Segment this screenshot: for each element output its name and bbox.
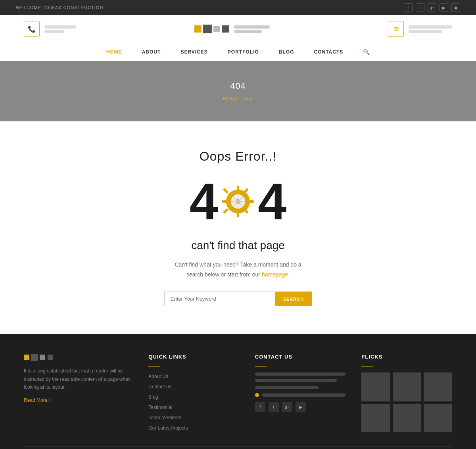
footer-contact-us: CONTACT US f t g+ ▶ [255, 354, 346, 434]
phone-icon: 📞 [24, 21, 40, 37]
flick-2[interactable] [393, 372, 421, 401]
svg-rect-6 [223, 208, 228, 214]
footer-quick-links: QUICK LINKS About Us Contact us Blog Tes… [148, 354, 239, 434]
link-projects[interactable]: Our LatestProjects [148, 425, 188, 431]
contact-line-4 [262, 393, 346, 397]
navigation: HOME ABOUT SERVICES PORTFOLIO BLOG CONTA… [0, 43, 476, 61]
logo-text [234, 25, 270, 33]
error-num-right: 4 [258, 176, 286, 227]
search-input[interactable] [164, 292, 275, 306]
footer-logo-4 [48, 355, 53, 360]
error-desc-1: Can't find what you need? Take a moment … [175, 261, 301, 268]
email-line-2 [409, 30, 442, 33]
email-icon: ✉ [388, 21, 404, 37]
nav-about[interactable]: ABOUT [142, 49, 161, 55]
footer-logo-3 [40, 355, 45, 360]
link-about-us[interactable]: About Us [148, 374, 168, 379]
svg-rect-2 [237, 212, 239, 217]
contact-line-2 [255, 379, 337, 382]
contact-us-heading: CONTACT US [255, 354, 346, 360]
header: 📞 ✉ [0, 15, 476, 43]
search-icon[interactable]: 🔍 [363, 49, 370, 55]
flick-1[interactable] [361, 372, 390, 401]
link-contact-us[interactable]: Contact us [148, 384, 171, 390]
phone-contact: 📞 [24, 21, 76, 37]
link-team[interactable]: Team Members [148, 415, 181, 420]
breadcrumb: HOME / 404 [0, 96, 476, 102]
logo-block-4 [222, 25, 229, 33]
googleplus-icon[interactable]: g+ [428, 3, 436, 12]
nav-contacts[interactable]: CONTACTS [314, 49, 344, 55]
logo-block-3 [213, 26, 220, 32]
facebook-icon[interactable]: f [404, 3, 413, 12]
footer: It is a long established fact that a rea… [0, 334, 476, 449]
nav-blog[interactable]: BLOG [279, 49, 294, 55]
instagram-icon[interactable]: ◉ [451, 3, 460, 12]
email-text [409, 25, 452, 33]
hero-section: 404 HOME / 404 [0, 61, 476, 121]
footer-social-icons: f t g+ ▶ [255, 402, 346, 412]
footer-logo-2 [31, 354, 38, 361]
contact-dot [255, 393, 259, 397]
error-title: Oops Error..! [8, 149, 468, 164]
footer-googleplus-icon[interactable]: g+ [282, 402, 292, 412]
link-testimonial[interactable]: Testimonial [148, 405, 172, 410]
logo-text-2 [234, 30, 262, 33]
contact-line-1 [255, 372, 346, 376]
phone-text [44, 25, 76, 33]
quick-links-list: About Us Contact us Blog Testimonial Tea… [148, 372, 239, 431]
footer-logo[interactable] [24, 354, 132, 361]
flicks-heading: FLICKS [361, 354, 452, 360]
homepage-link[interactable]: homepage. [262, 271, 290, 278]
error-subtitle: can't find that page [8, 239, 468, 252]
svg-rect-1 [237, 186, 239, 191]
nav-home[interactable]: HOME [106, 49, 122, 55]
logo-block-1 [194, 25, 202, 33]
phone-line-1 [44, 25, 76, 29]
flick-3[interactable] [424, 372, 452, 401]
svg-rect-3 [222, 200, 228, 203]
footer-facebook-icon[interactable]: f [255, 402, 265, 412]
breadcrumb-current: 404 [244, 96, 253, 102]
email-line-1 [409, 25, 452, 29]
phone-line-2 [44, 30, 64, 33]
contact-line-3 [255, 386, 319, 389]
nav-services[interactable]: SERVICES [180, 49, 207, 55]
flick-6[interactable] [424, 404, 452, 432]
flicks-underline [361, 366, 373, 366]
logo[interactable] [194, 25, 270, 33]
footer-bottom: © 2016 All Rights Reserved [24, 446, 452, 449]
flicks-grid [361, 372, 452, 432]
error-section: Oops Error..! 4 [0, 121, 476, 334]
readmore-link[interactable]: Read More › [24, 397, 132, 403]
contact-block-2 [255, 386, 346, 389]
footer-flicks: FLICKS [361, 354, 452, 434]
flick-4[interactable] [361, 404, 390, 432]
error-num-left: 4 [190, 176, 218, 227]
twitter-icon[interactable]: t [416, 3, 424, 12]
error-desc-2: search below or start from our [186, 271, 260, 278]
footer-grid: It is a long established fact that a rea… [24, 354, 452, 434]
contact-block-1 [255, 372, 346, 382]
svg-rect-4 [248, 200, 254, 203]
footer-twitter-icon[interactable]: t [269, 402, 279, 412]
footer-description: It is a long established fact that a rea… [24, 367, 132, 391]
search-box: SEARCH [8, 292, 468, 306]
footer-logo-1 [24, 355, 29, 360]
contact-us-underline [255, 366, 267, 366]
top-bar: WELCOME TO MAX CONSTRUCTION f t g+ ▶ ◉ [0, 0, 476, 15]
email-contact: ✉ [388, 21, 452, 37]
footer-youtube-icon[interactable]: ▶ [296, 402, 306, 412]
breadcrumb-separator: / [240, 96, 244, 102]
flick-5[interactable] [393, 404, 421, 432]
quick-links-heading: QUICK LINKS [148, 354, 239, 360]
breadcrumb-home[interactable]: HOME [223, 96, 239, 102]
social-icons: f t g+ ▶ ◉ [404, 3, 460, 12]
nav-portfolio[interactable]: PORTFOLIO [228, 49, 259, 55]
error-number: 4 [8, 176, 468, 227]
link-blog[interactable]: Blog [148, 394, 158, 400]
hero-title: 404 [0, 81, 476, 91]
search-button[interactable]: SEARCH [275, 292, 312, 306]
svg-rect-8 [223, 188, 228, 194]
youtube-icon[interactable]: ▶ [440, 3, 448, 12]
